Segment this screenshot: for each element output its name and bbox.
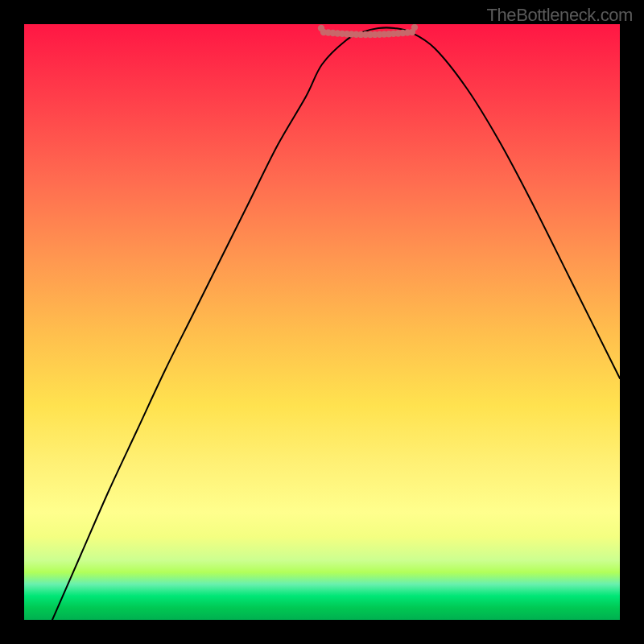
plot-area (24, 24, 620, 620)
chart-svg (24, 24, 620, 620)
optimal-dot-end (411, 24, 418, 31)
watermark-text: TheBottleneck.com (486, 5, 633, 26)
bottleneck-curve (52, 27, 620, 620)
optimal-dot-end (318, 25, 324, 31)
